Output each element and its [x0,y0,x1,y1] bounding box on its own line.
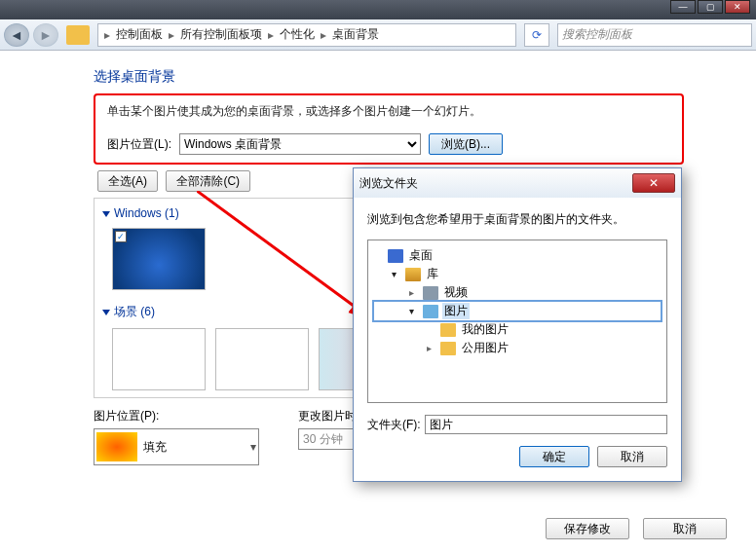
tree-label: 库 [425,266,440,282]
folder-icon [66,25,90,45]
pictures-icon [423,305,438,318]
dialog-close-button[interactable]: ✕ [632,173,675,193]
chevron-right-icon: ▸ [409,287,419,298]
crumb-desktop-bg[interactable]: 桌面背景 [328,26,383,43]
dialog-title: 浏览文件夹 [359,175,632,192]
highlighted-region: 单击某个图片使其成为您的桌面背景，或选择多个图片创建一个幻灯片。 图片位置(L)… [94,93,684,165]
chevron-down-icon: ▾ [250,440,256,454]
folder-icon [440,323,456,337]
cancel-button[interactable]: 取消 [643,518,727,539]
location-select[interactable]: Windows 桌面背景 [179,133,421,155]
folder-icon [440,342,456,355]
save-button[interactable]: 保存修改 [546,518,629,539]
search-input[interactable]: 搜索控制面板 [557,23,752,47]
location-label: 图片位置(L): [107,136,171,153]
ok-button[interactable]: 确定 [519,446,589,467]
tree-label: 我的图片 [460,321,510,338]
tree-node-mypictures[interactable]: 我的图片 [374,320,661,339]
browse-button[interactable]: 浏览(B)... [429,133,503,155]
page-title: 选择桌面背景 [94,68,756,86]
fit-value: 填充 [143,439,167,456]
fit-select[interactable]: 填充 ▾ [94,428,259,465]
close-button[interactable]: ✕ [725,0,750,14]
refresh-button[interactable]: ⟳ [524,23,549,47]
wallpaper-thumb[interactable]: ✓ [112,228,206,290]
select-all-button[interactable]: 全选(A) [97,170,158,192]
breadcrumb[interactable]: ▸ 控制面板 ▸ 所有控制面板项 ▸ 个性化 ▸ 桌面背景 [97,23,516,47]
forward-button[interactable]: ► [33,23,58,47]
folder-input[interactable] [425,415,667,434]
tree-label: 图片 [442,303,470,319]
section-title: Windows (1) [114,206,179,220]
dialog-message: 浏览到包含您希望用于桌面背景的图片的文件夹。 [367,211,667,228]
chevron-right-icon: ▸ [266,28,276,42]
folder-tree[interactable]: 桌面 ▾ 库 ▸ 视频 ▾ 图片 我的图片 [367,240,667,403]
chevron-right-icon: ▸ [319,28,328,42]
tree-label: 视频 [442,284,470,301]
fit-preview-icon [96,432,137,461]
minimize-button[interactable]: — [670,0,696,14]
chevron-right-icon: ▸ [102,28,112,42]
refresh-icon: ⟳ [532,28,542,42]
crumb-control-panel[interactable]: 控制面板 [112,26,167,43]
wallpaper-thumb[interactable] [215,328,309,390]
crumb-personalization[interactable]: 个性化 [276,26,319,43]
page-description: 单击某个图片使其成为您的桌面背景，或选择多个图片创建一个幻灯片。 [107,103,670,120]
checkbox-icon[interactable]: ✓ [115,231,127,242]
chevron-down-icon [102,310,110,315]
tree-node-libraries[interactable]: ▾ 库 [374,265,661,283]
chevron-down-icon [102,211,110,217]
navigation-bar: ◄ ► ▸ 控制面板 ▸ 所有控制面板项 ▸ 个性化 ▸ 桌面背景 ⟳ 搜索控制… [0,19,756,51]
search-placeholder: 搜索控制面板 [562,26,632,43]
tree-node-publicpictures[interactable]: ▸ 公用图片 [374,339,661,357]
tree-node-desktop[interactable]: 桌面 [374,246,661,265]
dialog-title-bar[interactable]: 浏览文件夹 ✕ [354,168,681,198]
window-title-bar: — ▢ ✕ [0,0,756,19]
desktop-icon [388,249,403,263]
back-button[interactable]: ◄ [4,23,29,47]
tree-label: 桌面 [407,247,435,264]
chevron-right-icon: ▸ [167,28,176,42]
wallpaper-thumb[interactable] [112,328,206,390]
folder-label: 文件夹(F): [367,417,421,433]
section-title: 场景 (6) [114,305,155,318]
chevron-right-icon: ▸ [427,343,436,353]
clear-all-button[interactable]: 全部清除(C) [166,170,250,192]
chevron-down-icon: ▾ [409,306,419,316]
tree-label: 公用图片 [460,340,510,356]
position-label: 图片位置(P): [94,408,259,424]
maximize-button[interactable]: ▢ [698,0,723,14]
tree-node-video[interactable]: ▸ 视频 [374,283,661,302]
video-icon [423,286,438,300]
browse-folder-dialog: 浏览文件夹 ✕ 浏览到包含您希望用于桌面背景的图片的文件夹。 桌面 ▾ 库 ▸ … [353,167,682,482]
cancel-button[interactable]: 取消 [597,446,667,467]
chevron-down-icon: ▾ [392,269,401,279]
tree-node-pictures[interactable]: ▾ 图片 [374,302,661,320]
crumb-all-items[interactable]: 所有控制面板项 [176,26,266,43]
library-icon [405,268,421,281]
